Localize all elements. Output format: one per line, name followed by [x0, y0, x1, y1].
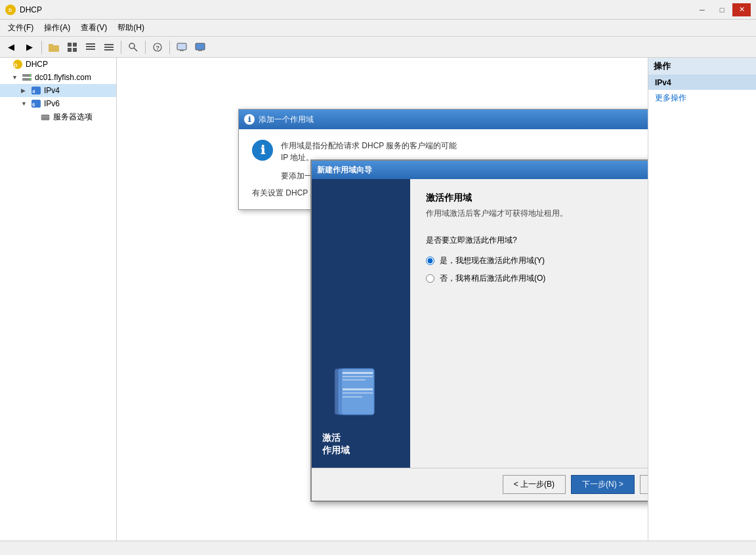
add-scope-info-icon: ℹ — [244, 114, 255, 125]
sidebar-dhcp-label: DHCP — [26, 60, 48, 69]
svg-rect-13 — [104, 49, 114, 51]
wizard-title-text: 新建作用域向导 — [317, 165, 372, 176]
svg-point-14 — [129, 43, 135, 49]
wizard-page-desc: 作用域激活后客户端才可获得地址租用。 — [426, 208, 648, 219]
wizard-left-panel: 激活 作用域 — [312, 179, 410, 468]
svg-rect-40 — [343, 388, 373, 390]
svg-rect-9 — [86, 46, 95, 47]
radio-no-input[interactable] — [426, 274, 434, 283]
action-item-more[interactable]: 更多操作 — [648, 90, 756, 106]
svg-rect-11 — [104, 44, 114, 45]
search-button[interactable] — [125, 39, 142, 55]
toolbar-separator-3 — [145, 41, 146, 54]
action-item-ipv4[interactable]: IPv4 — [648, 75, 756, 90]
server-options-icon — [39, 112, 51, 123]
wizard-question: 是否要立即激活此作用域? — [426, 235, 648, 246]
next-button-wizard[interactable]: 下一步(N) > — [571, 475, 635, 494]
monitor1-button[interactable] — [173, 39, 190, 55]
svg-rect-18 — [177, 43, 186, 50]
add-scope-dialog-titlebar: ℹ 添加一个作用域 ✕ — [239, 110, 648, 129]
radio-yes-activate[interactable]: 是，我想现在激活此作用域(Y) — [426, 255, 648, 266]
toolbar-separator-4 — [169, 41, 170, 54]
sidebar-item-dhcp[interactable]: D DHCP — [0, 58, 116, 71]
add-scope-dialog-title-text: 添加一个作用域 — [259, 114, 314, 125]
svg-rect-3 — [49, 44, 53, 46]
tree-arrow-ipv6: ▼ — [21, 100, 30, 107]
cancel-button-wizard[interactable]: 取消 — [640, 475, 648, 494]
help-icon-button[interactable]: ? — [149, 39, 166, 55]
main-layout: D DHCP ▼ dc01.flyfish.com ▶ — [0, 58, 756, 541]
status-bar — [0, 541, 756, 555]
svg-rect-32 — [41, 115, 49, 120]
svg-rect-5 — [73, 43, 77, 47]
radio-no-label: 否，我将稍后激活此作用域(O) — [440, 273, 545, 284]
svg-rect-20 — [196, 43, 205, 50]
sidebar-dc01-label: dc01.flyfish.com — [35, 73, 91, 82]
menu-view[interactable]: 查看(V) — [75, 21, 112, 35]
menu-file[interactable]: 文件(F) — [3, 21, 39, 35]
sidebar-ipv4-label: IPv4 — [44, 86, 60, 95]
action-pane-header: 操作 — [648, 58, 756, 75]
wizard-left-title: 激活 作用域 — [322, 432, 400, 457]
svg-rect-4 — [68, 43, 72, 47]
close-button[interactable]: ✕ — [732, 3, 751, 16]
ipv4-icon: 4 — [30, 85, 42, 96]
svg-rect-12 — [104, 47, 114, 48]
svg-text:D: D — [9, 8, 12, 12]
sidebar-item-ipv6[interactable]: ▼ 6 IPv6 — [0, 97, 116, 110]
svg-rect-37 — [343, 372, 373, 374]
wizard-body: 激活 作用域 激活作用域 作用域激活后客户端才可获得地址租用。 是否要立即激活此… — [312, 179, 648, 468]
add-scope-icon: ℹ — [252, 140, 273, 161]
svg-rect-36 — [341, 369, 374, 415]
wizard-dialog: 新建作用域向导 ✕ — [310, 159, 648, 502]
menu-action[interactable]: 操作(A) — [39, 21, 75, 35]
svg-rect-42 — [343, 396, 362, 398]
radio-yes-label: 是，我想现在激活此作用域(Y) — [440, 255, 545, 266]
dhcp-icon: D — [5, 5, 16, 15]
sidebar-item-ipv4[interactable]: ▶ 4 IPv4 — [0, 84, 116, 97]
back-button-wizard[interactable]: < 上一步(B) — [503, 475, 566, 494]
maximize-button[interactable]: □ — [713, 3, 731, 16]
wizard-title-bar: 新建作用域向导 ✕ — [312, 161, 648, 179]
toolbar: ◀ ▶ — [0, 37, 756, 58]
toolbar-separator-2 — [121, 41, 121, 54]
title-bar: D DHCP ─ □ ✕ — [0, 0, 756, 20]
svg-rect-38 — [343, 376, 373, 377]
wizard-book-icon — [328, 356, 394, 421]
monitor2-button[interactable] — [192, 39, 209, 55]
minimize-button[interactable]: ─ — [693, 3, 711, 16]
list-button[interactable] — [100, 39, 117, 55]
grid1-button[interactable] — [64, 39, 81, 55]
svg-rect-41 — [343, 392, 373, 394]
menu-help[interactable]: 帮助(H) — [112, 21, 150, 35]
svg-text:?: ? — [156, 45, 160, 51]
radio-yes-input[interactable] — [426, 257, 434, 265]
wizard-page-title: 激活作用域 — [426, 192, 648, 204]
folder-button[interactable] — [45, 39, 62, 55]
sidebar-item-dc01[interactable]: ▼ dc01.flyfish.com — [0, 71, 116, 84]
svg-rect-21 — [198, 50, 202, 51]
svg-rect-6 — [68, 48, 72, 52]
svg-rect-7 — [73, 48, 77, 52]
title-text: DHCP — [20, 5, 42, 14]
sidebar-item-server-options[interactable]: 服务器选项 — [0, 110, 116, 124]
svg-point-27 — [30, 79, 31, 80]
svg-rect-39 — [343, 379, 366, 380]
add-scope-dialog-title-group: ℹ 添加一个作用域 — [244, 114, 314, 125]
menu-bar: 文件(F) 操作(A) 查看(V) 帮助(H) — [0, 20, 756, 37]
forward-button[interactable]: ▶ — [21, 39, 38, 55]
svg-line-15 — [134, 48, 137, 51]
grid2-button[interactable] — [82, 39, 99, 55]
back-button[interactable]: ◀ — [3, 39, 20, 55]
svg-rect-19 — [180, 50, 184, 51]
svg-rect-2 — [49, 45, 59, 52]
ipv6-icon: 6 — [30, 98, 42, 109]
wizard-right-panel: 激活作用域 作用域激活后客户端才可获得地址租用。 是否要立即激活此作用域? 是，… — [410, 179, 648, 468]
radio-no-activate[interactable]: 否，我将稍后激活此作用域(O) — [426, 273, 648, 284]
window-controls: ─ □ ✕ — [693, 3, 751, 16]
sidebar-ipv6-label: IPv6 — [44, 99, 60, 108]
tree-arrow-ipv4: ▶ — [21, 87, 30, 94]
svg-text:4: 4 — [32, 89, 35, 94]
toolbar-separator-1 — [41, 41, 42, 54]
content-pane: ℹ 添加一个作用域 ✕ ℹ 作用域是指分配给请求 DHCP 服务的客户端的可能 … — [117, 58, 648, 541]
